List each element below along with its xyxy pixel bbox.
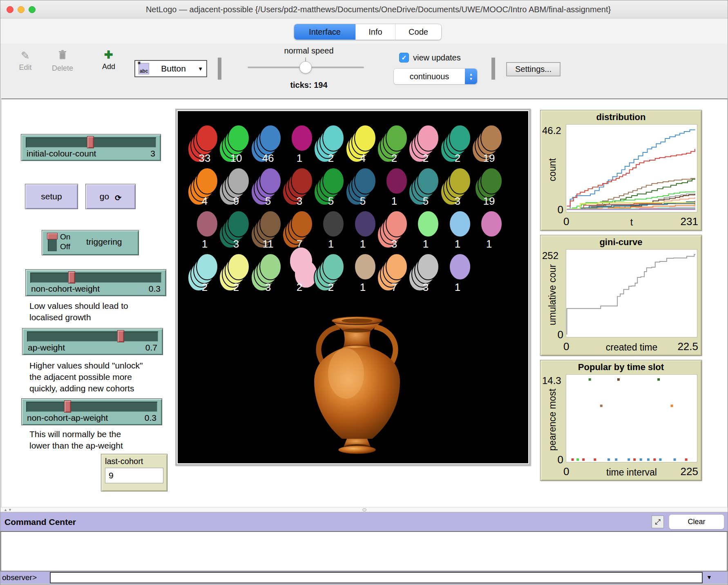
chevron-down-icon: ▼ (198, 66, 203, 72)
scatter-point (653, 458, 656, 461)
command-center-output[interactable] (0, 532, 728, 572)
slider-non-cohort-ap-weight[interactable]: non-cohort-ap-weight0.3 (21, 398, 162, 425)
scatter-point (607, 458, 610, 461)
plot-canvas (566, 249, 697, 337)
world-view[interactable]: 3310461242221949535515319131171131112232… (175, 109, 531, 466)
cluster-count-label: 2 (455, 152, 460, 164)
switch-knob[interactable] (47, 233, 58, 239)
cluster-count-label: 5 (265, 195, 271, 207)
monitor-last-cohort: last-cohort 9 (101, 454, 167, 491)
slider-thumb[interactable] (87, 136, 94, 148)
cluster-count-label: 3 (423, 281, 429, 293)
cluster-count-label: 3 (297, 195, 302, 207)
setup-button[interactable]: setup (25, 184, 78, 209)
plot-canvas (566, 374, 697, 462)
cluster-count-label: 1 (423, 238, 429, 250)
cluster-count-label: 2 (202, 281, 208, 293)
scatter-point (640, 458, 642, 461)
cluster-count-label: 5 (423, 195, 429, 207)
command-center-header: Command Center ⤢ Clear (0, 512, 728, 532)
cluster-count-label: 2 (297, 281, 302, 293)
cluster-count-label: 2 (423, 152, 429, 164)
cluster-count-label: 1 (455, 281, 460, 293)
go-button[interactable]: go ⟳ (85, 184, 136, 209)
history-dropdown-icon[interactable]: ▼ (706, 574, 712, 581)
toolbar-separator (218, 58, 221, 80)
slider-thumb[interactable] (64, 400, 71, 413)
interface-canvas: initial-colour-count3 non-cohort-weight0… (1, 98, 728, 507)
slider-ap-weight[interactable]: ap-weight0.7 (22, 328, 163, 355)
speed-slider-thumb[interactable] (299, 61, 312, 74)
cluster-count-label: 11 (263, 238, 274, 250)
clear-button[interactable]: Clear (669, 514, 724, 529)
scatter-point (657, 378, 660, 381)
pencil-icon: ✎ (14, 49, 36, 62)
cluster-count-label: 3 (233, 238, 239, 250)
cluster-count-label: 1 (360, 281, 366, 293)
scatter-point (685, 458, 688, 461)
tab-band: Interface Info Code (0, 18, 728, 44)
zoom-window-icon[interactable] (29, 6, 36, 13)
cluster-count-label: 1 (297, 152, 302, 164)
slider-non-cohort-weight[interactable]: non-cohort-weight0.3 (25, 269, 166, 296)
cluster-count-label: 9 (233, 195, 239, 207)
command-center-splitter[interactable]: ▲▼ (0, 507, 728, 512)
cluster-count-label: 33 (199, 152, 211, 164)
plot-distribution: distribution 46.2 count 0 0 t 231 (540, 110, 702, 231)
tab-code[interactable]: Code (395, 24, 441, 40)
cluster-count-label: 3 (265, 281, 271, 293)
slider-thumb[interactable] (117, 330, 124, 342)
edit-button[interactable]: ✎ Edit (14, 49, 36, 72)
cluster-count-label: 2 (328, 281, 334, 293)
command-input-row: observer> ▼ (0, 572, 728, 584)
cluster-count-label: 1 (360, 238, 366, 250)
tab-group: Interface Info Code (294, 24, 442, 40)
cluster-count-label: 5 (360, 195, 366, 207)
speed-slider-label: normal speed (243, 46, 374, 56)
scatter-point (628, 458, 630, 461)
widget-type-dropdown[interactable]: ✷abc Button ▼ (134, 60, 207, 77)
cluster-count-label: 1 (391, 195, 397, 207)
cluster-count-label: 2 (233, 281, 239, 293)
tab-interface[interactable]: Interface (294, 24, 355, 40)
slider-track[interactable] (30, 272, 161, 283)
cluster-count-label: 19 (483, 152, 495, 164)
switch-triggering[interactable]: OnOff triggering (42, 230, 139, 255)
minimize-window-icon[interactable] (18, 6, 25, 13)
plot-canvas (566, 124, 697, 212)
slider-track[interactable] (27, 331, 158, 342)
delete-button[interactable]: Delete (49, 49, 76, 73)
tab-info[interactable]: Info (355, 24, 395, 40)
update-mode-dropdown[interactable]: continuous ▲▼ (393, 68, 478, 85)
scatter-point (582, 458, 585, 461)
slider-initial-colour-count[interactable]: initial-colour-count3 (21, 134, 161, 161)
scatter-point (617, 378, 620, 381)
slider-track[interactable] (26, 137, 156, 147)
command-input[interactable] (50, 572, 703, 583)
scatter-point (572, 458, 574, 461)
slider-track[interactable] (26, 402, 157, 412)
add-button[interactable]: ✚ Add (98, 49, 120, 71)
switch-slot[interactable] (48, 234, 57, 251)
scatter-point (633, 458, 636, 461)
scatter-point (674, 458, 676, 461)
settings-button[interactable]: Settings... (506, 62, 561, 76)
plot-series-gini (567, 255, 695, 335)
world-canvas[interactable]: 3310461242221949535515319131171131112232… (178, 111, 528, 463)
slider-thumb[interactable] (68, 271, 75, 284)
title-bar: NetLogo — adjacent-possible {/Users/pd2-… (0, 0, 728, 18)
cluster-count-label: 1 (486, 238, 492, 250)
scatter-point (576, 458, 579, 461)
view-updates-checkbox[interactable]: ✓ (399, 53, 409, 63)
splitter-arrows-icon[interactable]: ▲▼ (4, 508, 13, 512)
cluster-count-label: 10 (230, 152, 242, 164)
scatter-point (600, 404, 603, 407)
window-title: NetLogo — adjacent-possible {/Users/pd2-… (45, 0, 711, 18)
view-updates-label: view updates (413, 53, 461, 63)
stepper-chevrons-icon: ▲▼ (465, 69, 477, 84)
detach-command-center-icon[interactable]: ⤢ (652, 516, 664, 528)
close-window-icon[interactable] (7, 6, 13, 13)
observer-prompt: observer> (0, 572, 49, 584)
cluster-count-label: 7 (391, 281, 397, 293)
splitter-grip[interactable] (362, 508, 366, 511)
